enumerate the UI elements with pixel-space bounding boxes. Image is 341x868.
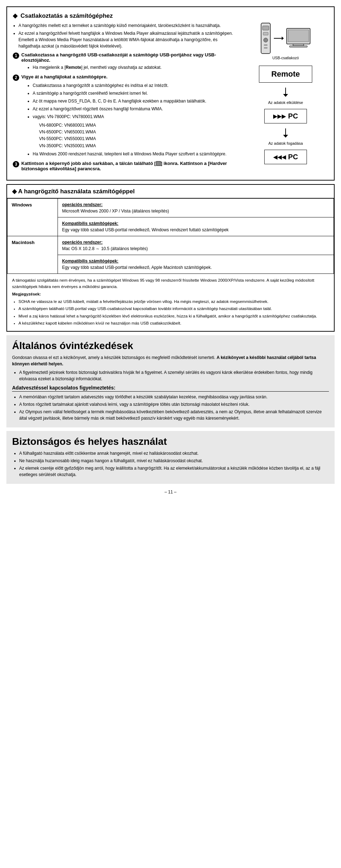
windows-os-row: Windows operációs rendszer: Microsoft Wi…	[7, 199, 334, 217]
step2-content: Csatlakoztassa a hangrögzítőt a számítóg…	[21, 82, 237, 157]
general-sub-b3: Az Olympus nem vállal felelősséget a ter…	[19, 409, 329, 421]
svg-rect-12	[289, 46, 307, 47]
notes-b2: A számítógépen található USB-porttal vag…	[18, 306, 329, 312]
step1-num: 1	[13, 52, 19, 59]
step1-block: 1 Csatlakoztassa a hangrögzítő USB-csatl…	[13, 52, 237, 71]
pc-label-1: PC	[288, 112, 298, 120]
general-sub-b1: A memóriában rögzített tartalom adatvesz…	[19, 394, 329, 400]
mac-os-row: Macintosh operációs rendszer: Mac OS X 1…	[7, 236, 334, 255]
step2-block: 2 Vigye át a hangfájlokat a számítógépre…	[13, 74, 237, 157]
windows-compat-value: Egy vagy több szabad USB-porttal rendelk…	[62, 227, 229, 232]
notes-b3: Mivel a zaj káros hatással lehet a hangr…	[18, 313, 329, 319]
notes-bullets: SOHA ne válassza le az USB-kábelt, miála…	[18, 299, 329, 326]
macintosh-label: Macintosh	[7, 236, 58, 274]
svg-rect-6	[264, 47, 267, 49]
section-usage: ◆ A hangrögzítő használata számítógéppel…	[6, 184, 335, 332]
svg-rect-3	[263, 32, 268, 35]
mac-os-cell: operációs rendszer: Mac OS X 10.2.8 ～ 10…	[58, 236, 334, 255]
step2-b3: Az öt mappa neve DSS_FLDA, B, C, D és E.…	[33, 98, 237, 104]
mac-compat-cell: Kompatibilis számítógépek: Egy vagy több…	[58, 255, 334, 274]
section-general: Általános óvintézkedések Gondosan olvass…	[6, 335, 335, 427]
step3-block: 3 Kattintson a képernyő jobb alsó sarkáb…	[13, 161, 237, 172]
step1-text: Csatlakoztassa a hangrögzítő USB-csatlak…	[21, 52, 237, 63]
svg-rect-11	[293, 44, 304, 46]
step2-num: 2	[13, 74, 19, 81]
notes-megjegyzesek: Megjegyzések:	[12, 291, 329, 297]
svg-point-4	[264, 38, 268, 42]
general-sub-bullets: A memóriában rögzített tartalom adatvesz…	[19, 394, 329, 421]
safety-bullets: A fülhallgató használata előtt csökkents…	[19, 450, 329, 478]
vn-item-1: VN-6800PC: VN680001.WMA	[39, 122, 237, 129]
general-intro: Gondosan olvassa el ezt a kézikönyvet, a…	[12, 354, 329, 367]
general-b1: A figyelmeztető jelzések fontos biztonsá…	[19, 369, 329, 382]
recorder-svg	[260, 22, 271, 54]
connect-intro1: A hangrögzítés mellett ezt a terméket a …	[18, 22, 237, 29]
svg-marker-16	[283, 135, 288, 138]
step2-b1: Csatlakoztassa a hangrögzítőt a számítóg…	[33, 82, 237, 89]
vn-item-3: VN-5500PC: VN550001.WMA	[39, 136, 237, 142]
section-safety: Biztonságos és helyes használat A fülhal…	[6, 431, 335, 484]
pc-box-2: ◀◀◀ PC	[264, 150, 307, 164]
pc-box-1: ▶▶▶ PC	[264, 109, 307, 123]
safety-b2: Ne használja huzamosabb ideig magas hang…	[19, 458, 329, 464]
windows-os-label: operációs rendszer:	[62, 202, 103, 207]
safety-b1: A fülhallgató használata előtt csökkents…	[19, 450, 329, 457]
step2-b4: Az ezzel a hangrögzítővel rögzített össz…	[33, 106, 237, 112]
windows-compat-label: Kompatibilis számítógépek:	[62, 221, 119, 226]
mac-compat-label: Kompatibilis számítógépek:	[62, 259, 119, 264]
connect-diagram: USB-csatlakozó Remote Az adatok elküldés…	[243, 22, 328, 175]
step2-b2: A számítógép a hangrögzítőt cserélhető l…	[33, 90, 237, 96]
step3-num: 3	[13, 161, 19, 167]
usage-notes: A támogatási szolgáltatás nem érvényes, …	[7, 274, 334, 331]
svg-rect-10	[288, 30, 309, 42]
general-title: Általános óvintézkedések	[12, 340, 329, 352]
general-intro-plain: Gondosan olvassa el ezt a kézikönyvet, a…	[12, 355, 215, 360]
computer-svg	[286, 28, 311, 49]
diamond-icon-2: ◆	[12, 188, 17, 195]
remote-label: Remote	[271, 70, 300, 78]
svg-marker-8	[282, 37, 284, 40]
usage-table: Windows operációs rendszer: Microsoft Wi…	[7, 198, 334, 274]
step1-content: Ha megjelenik a [Remote] jel, mentheti v…	[21, 64, 237, 71]
remote-keyword: Remote	[66, 65, 81, 70]
mac-os-label: operációs rendszer:	[62, 240, 103, 245]
send-label: Az adatok elküldése	[268, 100, 303, 105]
diamond-icon: ◆	[13, 12, 17, 19]
page-number: – 11 –	[0, 487, 341, 498]
notes-b4: A készülékhez kapott kábelen működésen k…	[18, 320, 329, 326]
step2-last: Ha Windows 2000 rendszert használ, telep…	[33, 151, 237, 157]
top-diagram-row	[260, 22, 311, 54]
windows-label: Windows	[7, 199, 58, 236]
step1-bullet1: Ha megjelenik a [Remote] jel, mentheti v…	[33, 64, 237, 71]
vn-item-2: VN-6500PC: VN650001.WMA	[39, 129, 237, 136]
general-subsection-title: Adatvesztéssel kapcsolatos figyelmezteté…	[12, 385, 329, 392]
svg-rect-0	[156, 161, 161, 166]
pc-icon-1: ▶▶▶	[273, 113, 286, 120]
recv-label: Az adatok fogadása	[268, 141, 303, 145]
step2-title: 2 Vigye át a hangfájlokat a számítógépre…	[13, 74, 237, 81]
connect-content-left: A hangrögzítés mellett ezt a terméket a …	[13, 22, 237, 175]
safety-b3: Az elemek cseréje előtt győződjön meg ar…	[19, 465, 329, 478]
mac-os-value: Mac OS X 10.2.8 ～ 10.5 (általános telepí…	[62, 246, 148, 251]
step3-text: Kattintson a képernyő jobb alsó sarkában…	[21, 161, 237, 172]
step3-title: 3 Kattintson a képernyő jobb alsó sarkáb…	[13, 161, 237, 172]
vn-list: VN-6800PC: VN680001.WMA VN-6500PC: VN650…	[39, 122, 237, 149]
mac-compat-value: Egy vagy több szabad USB-porttal rendelk…	[62, 265, 212, 270]
safety-title: Biztonságos és helyes használat	[12, 436, 329, 447]
step1-title: 1 Csatlakoztassa a hangrögzítő USB-csatl…	[13, 52, 237, 63]
windows-os-cell: operációs rendszer: Microsoft Windows 20…	[58, 199, 334, 217]
remote-box: Remote	[259, 66, 312, 83]
arrow-right-svg	[273, 35, 284, 42]
section-connect-title: ◆ Csatlakoztatás a számítógéphez	[13, 12, 328, 20]
general-sub-b2: A fontos rögzített tartalmakat ajánlott …	[19, 401, 329, 408]
step2-b5: vagyis: VN-7800PC: VN780001.WMA	[33, 114, 237, 120]
svg-rect-5	[264, 44, 267, 46]
svg-marker-14	[283, 94, 288, 97]
pc-label-2: PC	[288, 153, 298, 161]
windows-os-value: Microsoft Windows 2000 / XP / Vista (ált…	[62, 209, 169, 214]
arrow-down-2-svg	[278, 128, 293, 138]
windows-compat-cell: Kompatibilis számítógépek: Egy vagy több…	[58, 217, 334, 236]
notes-b1: SOHA ne válassza le az USB-kábelt, miála…	[18, 299, 329, 305]
arrow-down-1-svg	[278, 87, 293, 98]
svg-rect-2	[262, 26, 269, 30]
